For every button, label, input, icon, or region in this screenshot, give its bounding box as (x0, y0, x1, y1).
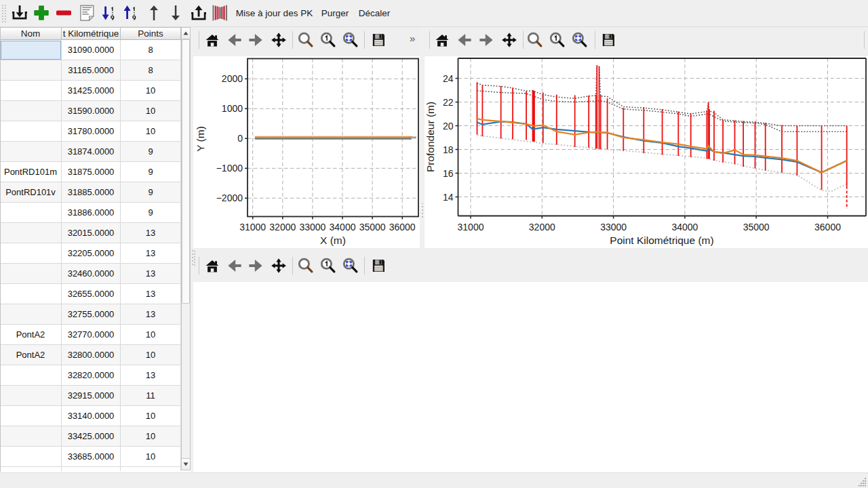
svg-text:24: 24 (443, 73, 454, 84)
svg-text:31000: 31000 (239, 222, 266, 232)
svg-text:20: 20 (443, 121, 454, 131)
svg-text:34000: 34000 (330, 222, 356, 232)
svg-text:Profondeur (m): Profondeur (m) (425, 102, 436, 172)
svg-text:36000: 36000 (814, 222, 841, 232)
svg-text:33000: 33000 (600, 222, 627, 232)
svg-text:2000: 2000 (222, 73, 243, 84)
svg-text:35000: 35000 (359, 222, 386, 232)
svg-text:36000: 36000 (389, 222, 416, 232)
svg-text:1000: 1000 (222, 103, 243, 114)
svg-text:Point Kilométrique (m): Point Kilométrique (m) (610, 235, 713, 246)
svg-text:−1000: −1000 (216, 163, 243, 174)
svg-text:31000: 31000 (458, 222, 484, 232)
svg-text:33000: 33000 (299, 222, 326, 232)
svg-text:22: 22 (443, 97, 454, 108)
svg-text:Y (m): Y (m) (195, 126, 206, 152)
svg-text:32000: 32000 (269, 222, 296, 232)
svg-text:X (m): X (m) (320, 235, 346, 246)
svg-text:18: 18 (443, 144, 454, 155)
svg-text:16: 16 (443, 168, 454, 179)
svg-text:32000: 32000 (529, 222, 555, 232)
svg-text:35000: 35000 (743, 222, 770, 232)
svg-text:0: 0 (237, 133, 243, 144)
svg-text:34000: 34000 (671, 222, 698, 232)
svg-text:14: 14 (443, 192, 454, 203)
svg-text:−2000: −2000 (216, 192, 243, 203)
